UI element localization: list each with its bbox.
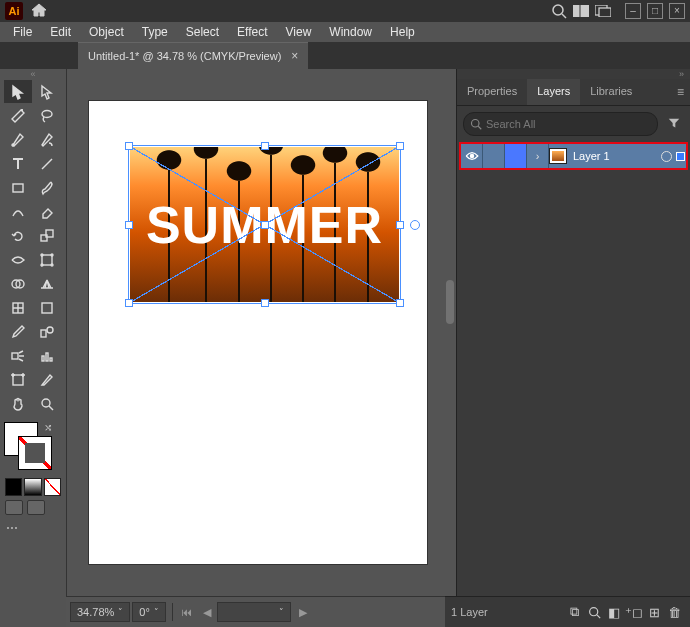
stroke-swatch[interactable] bbox=[18, 436, 52, 470]
column-graph-tool[interactable] bbox=[33, 344, 61, 367]
arrange-documents-icon[interactable] bbox=[571, 3, 591, 19]
draw-mode-normal[interactable] bbox=[5, 500, 23, 515]
free-transform-tool[interactable] bbox=[33, 248, 61, 271]
shaper-tool[interactable] bbox=[4, 200, 32, 223]
selection-indicator-icon[interactable] bbox=[676, 152, 685, 161]
blend-tool[interactable] bbox=[33, 320, 61, 343]
target-icon[interactable] bbox=[661, 151, 672, 162]
vertical-scrollbar[interactable] bbox=[446, 280, 454, 324]
search-icon[interactable] bbox=[549, 3, 569, 19]
zoom-level-input[interactable]: 34.78%˅ bbox=[70, 602, 130, 622]
layer-item[interactable]: › Layer 1 bbox=[459, 142, 688, 170]
maximize-button[interactable]: □ bbox=[647, 3, 663, 19]
document-tab[interactable]: Untitled-1* @ 34.78 % (CMYK/Preview) × bbox=[78, 42, 308, 69]
minimize-button[interactable]: – bbox=[625, 3, 641, 19]
layers-search-input[interactable]: Search All bbox=[463, 112, 658, 136]
home-icon[interactable] bbox=[31, 3, 47, 20]
prev-artboard-button[interactable]: ◀ bbox=[198, 604, 216, 620]
selection-bounding-box[interactable] bbox=[128, 145, 401, 304]
artboard[interactable]: SUMMER bbox=[89, 101, 427, 564]
new-layer-icon[interactable]: ⊞ bbox=[644, 605, 664, 620]
mesh-tool[interactable] bbox=[4, 296, 32, 319]
menu-effect[interactable]: Effect bbox=[228, 23, 276, 41]
tools-panel: « bbox=[0, 69, 67, 596]
handle-bottom-right[interactable] bbox=[396, 299, 404, 307]
color-mode-solid[interactable] bbox=[5, 478, 22, 496]
menu-object[interactable]: Object bbox=[80, 23, 133, 41]
selection-tool[interactable] bbox=[4, 80, 32, 103]
menu-file[interactable]: File bbox=[4, 23, 41, 41]
menu-window[interactable]: Window bbox=[320, 23, 381, 41]
handle-middle-right[interactable] bbox=[396, 221, 404, 229]
fill-stroke-swatches[interactable]: ⤭ bbox=[4, 422, 52, 470]
handle-center[interactable] bbox=[261, 221, 269, 229]
pen-tool[interactable] bbox=[4, 128, 32, 151]
swap-fill-stroke-icon[interactable]: ⤭ bbox=[44, 422, 52, 433]
locate-object-icon[interactable] bbox=[584, 606, 604, 619]
rotate-tool[interactable] bbox=[4, 224, 32, 247]
color-mode-gradient[interactable] bbox=[24, 478, 41, 496]
slice-tool[interactable] bbox=[33, 368, 61, 391]
line-segment-tool[interactable] bbox=[33, 152, 61, 175]
handle-top-left[interactable] bbox=[125, 142, 133, 150]
magic-wand-tool[interactable] bbox=[4, 104, 32, 127]
delete-layer-icon[interactable]: 🗑 bbox=[664, 605, 684, 620]
expand-layer-icon[interactable]: › bbox=[527, 144, 549, 168]
svg-rect-26 bbox=[50, 358, 52, 361]
artboard-tool[interactable] bbox=[4, 368, 32, 391]
layer-name[interactable]: Layer 1 bbox=[567, 150, 660, 162]
curvature-tool[interactable] bbox=[33, 128, 61, 151]
next-artboard-button[interactable]: ▶ bbox=[294, 604, 312, 620]
zoom-tool[interactable] bbox=[33, 392, 61, 415]
edit-toolbar-icon[interactable]: ⋯ bbox=[6, 521, 18, 535]
panel-collapse-icon[interactable]: » bbox=[457, 69, 690, 79]
lock-column[interactable] bbox=[483, 144, 505, 168]
handle-bottom-left[interactable] bbox=[125, 299, 133, 307]
direct-selection-tool[interactable] bbox=[33, 80, 61, 103]
handle-middle-left[interactable] bbox=[125, 221, 133, 229]
color-mode-none[interactable] bbox=[44, 478, 61, 496]
artboard-nav-input[interactable]: ˅ bbox=[217, 602, 291, 622]
menu-select[interactable]: Select bbox=[177, 23, 228, 41]
tab-properties[interactable]: Properties bbox=[457, 79, 527, 105]
eyedropper-tool[interactable] bbox=[4, 320, 32, 343]
handle-top-right[interactable] bbox=[396, 142, 404, 150]
handle-top-center[interactable] bbox=[261, 142, 269, 150]
gradient-tool[interactable] bbox=[33, 296, 61, 319]
close-button[interactable]: × bbox=[669, 3, 685, 19]
menu-help[interactable]: Help bbox=[381, 23, 424, 41]
make-clipping-mask-icon[interactable]: ◧ bbox=[604, 605, 624, 620]
shape-builder-tool[interactable] bbox=[4, 272, 32, 295]
scale-tool[interactable] bbox=[33, 224, 61, 247]
eraser-tool[interactable] bbox=[33, 200, 61, 223]
symbol-sprayer-tool[interactable] bbox=[4, 344, 32, 367]
layers-filter-icon[interactable] bbox=[664, 116, 684, 133]
draw-mode-behind[interactable] bbox=[27, 500, 45, 515]
rotate-handle[interactable] bbox=[410, 220, 420, 230]
handle-bottom-center[interactable] bbox=[261, 299, 269, 307]
visibility-toggle-icon[interactable] bbox=[461, 144, 483, 168]
perspective-grid-tool[interactable] bbox=[33, 272, 61, 295]
tab-libraries[interactable]: Libraries bbox=[580, 79, 642, 105]
first-artboard-button[interactable]: ⏮ bbox=[178, 604, 196, 620]
panel-menu-icon[interactable]: ≡ bbox=[671, 79, 690, 105]
type-tool[interactable] bbox=[4, 152, 32, 175]
menu-type[interactable]: Type bbox=[133, 23, 177, 41]
app-logo: Ai bbox=[5, 2, 23, 20]
paintbrush-tool[interactable] bbox=[33, 176, 61, 199]
menu-view[interactable]: View bbox=[277, 23, 321, 41]
tab-layers[interactable]: Layers bbox=[527, 79, 580, 105]
rectangle-tool[interactable] bbox=[4, 176, 32, 199]
close-tab-icon[interactable]: × bbox=[291, 49, 298, 63]
menu-edit[interactable]: Edit bbox=[41, 23, 80, 41]
panel-grip-icon[interactable]: « bbox=[0, 69, 66, 79]
width-tool[interactable] bbox=[4, 248, 32, 271]
rotate-view-input[interactable]: 0°˅ bbox=[132, 602, 166, 622]
canvas[interactable]: SUMMER bbox=[67, 69, 456, 596]
hand-tool[interactable] bbox=[4, 392, 32, 415]
create-sublayer-icon[interactable]: ⁺◻ bbox=[624, 605, 644, 620]
placed-image[interactable]: SUMMER bbox=[130, 147, 399, 302]
workspace-switcher-icon[interactable] bbox=[593, 3, 613, 19]
layer-paste-remembers-icon[interactable]: ⧉ bbox=[564, 604, 584, 620]
lasso-tool[interactable] bbox=[33, 104, 61, 127]
